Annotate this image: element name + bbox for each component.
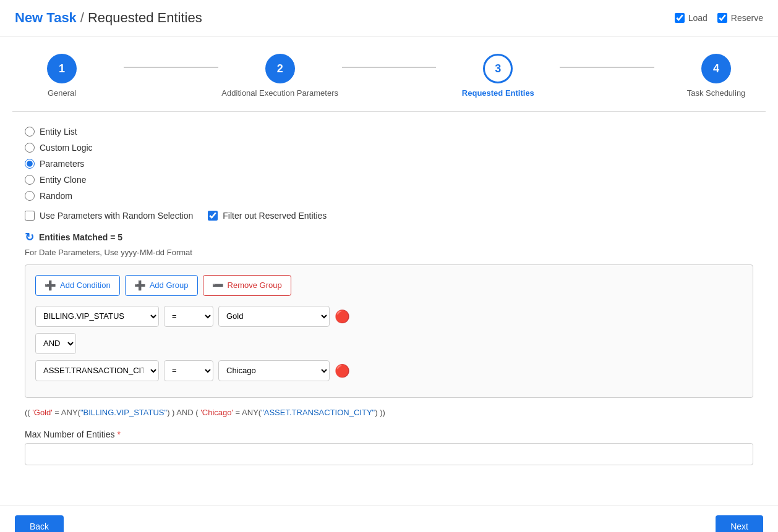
expression-chicago-value: 'Chicago' (200, 408, 233, 417)
conditions-box: ➕ Add Condition ➕ Add Group ➖ Remove Gro… (25, 264, 753, 398)
step-circle-4: 4 (701, 54, 731, 83)
and-row: AND OR (35, 333, 743, 354)
step-circle-1: 1 (47, 54, 77, 83)
add-condition-label: Add Condition (60, 281, 111, 290)
radio-random-input[interactable] (25, 191, 35, 201)
remove-condition-1-button[interactable]: 🔴 (335, 309, 350, 324)
back-button[interactable]: Back (15, 515, 64, 532)
step-line-2-3 (342, 67, 437, 68)
stepper: 1 General 2 Additional Execution Paramet… (0, 36, 778, 111)
step-1: 1 General (0, 54, 124, 99)
breadcrumb: New Task / Requested Entities (15, 10, 202, 26)
reserve-checkbox[interactable] (717, 13, 727, 23)
remove-condition-1-icon: 🔴 (335, 309, 350, 324)
step-circle-3: 3 (483, 54, 513, 83)
add-condition-icon: ➕ (45, 280, 56, 291)
expression-field-2: "ASSET.TRANSACTION_CITY" (261, 408, 375, 417)
expression-open-paren: (( (25, 408, 32, 417)
radio-custom-logic-label: Custom Logic (40, 143, 93, 153)
radio-entity-clone: Entity Clone (25, 175, 753, 185)
checkbox-row: Use Parameters with Random Selection Fil… (25, 211, 753, 221)
condition-row-2: ASSET.TRANSACTION_CITY = != > < Chicago … (35, 360, 743, 381)
radio-entity-clone-input[interactable] (25, 175, 35, 185)
step-label-3: Requested Entities (462, 88, 534, 99)
use-params-label: Use Parameters with Random Selection (40, 211, 193, 221)
radio-entity-clone-label: Entity Clone (40, 175, 86, 185)
add-group-label: Add Group (150, 281, 189, 290)
condition-1-operator-select[interactable]: = != > < (164, 306, 213, 327)
remove-group-button[interactable]: ➖ Remove Group (203, 275, 291, 296)
logical-operator-select[interactable]: AND OR (35, 333, 76, 354)
required-asterisk: * (117, 429, 120, 439)
step-line-3-4 (560, 67, 654, 68)
condition-1-field-select[interactable]: BILLING.VIP_STATUS (35, 306, 159, 327)
max-entities-label-text: Max Number of Entities (25, 429, 115, 439)
page-footer: Back Next (0, 505, 778, 532)
condition-2-operator-select[interactable]: = != > < (164, 360, 213, 381)
expression-field-1: "BILLING.VIP_STATUS" (80, 408, 167, 417)
filter-reserved-label: Filter out Reserved Entities (223, 211, 327, 221)
expression-close-2: ) )) (375, 408, 385, 417)
radio-random: Random (25, 191, 753, 201)
expression-equals-1: = ANY( (53, 408, 80, 417)
expression-close-1: ) ) AND ( (167, 408, 200, 417)
remove-group-label: Remove Group (228, 281, 282, 290)
header-checkboxes: Load Reserve (675, 13, 763, 23)
radio-random-label: Random (40, 191, 72, 201)
breadcrumb-separator: / (80, 10, 84, 26)
step-3: 3 Requested Entities (436, 54, 560, 99)
step-label-1: General (48, 88, 76, 99)
expression-text: (( 'Gold' = ANY("BILLING.VIP_STATUS") ) … (25, 408, 753, 417)
refresh-icon[interactable]: ↻ (25, 230, 34, 244)
next-button[interactable]: Next (716, 515, 763, 532)
radio-parameters-label: Parameters (40, 159, 84, 169)
remove-condition-2-icon: 🔴 (335, 363, 350, 378)
remove-group-icon: ➖ (212, 280, 224, 291)
radio-group: Entity List Custom Logic Parameters Enti… (25, 127, 753, 201)
add-group-button[interactable]: ➕ Add Group (125, 275, 198, 296)
conditions-buttons: ➕ Add Condition ➕ Add Group ➖ Remove Gro… (35, 275, 743, 296)
radio-entity-list-input[interactable] (25, 127, 35, 137)
radio-entity-list: Entity List (25, 127, 753, 137)
load-checkbox[interactable] (675, 13, 685, 23)
main-content: Entity List Custom Logic Parameters Enti… (0, 112, 778, 480)
load-checkbox-item: Load (675, 13, 707, 23)
use-params-checkbox[interactable] (25, 211, 35, 221)
date-hint: For Date Parameters, Use yyyy-MM-dd Form… (25, 248, 753, 257)
page-header: New Task / Requested Entities Load Reser… (0, 0, 778, 36)
max-entities-section: Max Number of Entities * (25, 429, 753, 465)
filter-checkbox-item: Filter out Reserved Entities (208, 211, 327, 221)
radio-custom-logic: Custom Logic (25, 143, 753, 153)
step-label-2: Additional Execution Parameters (221, 88, 338, 99)
expression-gold-value: 'Gold' (32, 408, 52, 417)
radio-entity-list-label: Entity List (40, 127, 77, 137)
expression-equals-2: = ANY( (233, 408, 261, 417)
step-label-4: Task Scheduling (687, 88, 746, 99)
step-4: 4 Task Scheduling (654, 54, 778, 99)
entities-matched-text: Entities Matched = 5 (39, 232, 122, 242)
radio-parameters-input[interactable] (25, 159, 35, 169)
entities-matched: ↻ Entities Matched = 5 (25, 230, 753, 244)
condition-2-field-select[interactable]: ASSET.TRANSACTION_CITY (35, 360, 159, 381)
new-task-link[interactable]: New Task (15, 10, 77, 26)
radio-custom-logic-input[interactable] (25, 143, 35, 153)
page-title: Requested Entities (88, 10, 202, 26)
filter-reserved-checkbox[interactable] (208, 211, 218, 221)
max-entities-label: Max Number of Entities * (25, 429, 753, 439)
step-circle-2: 2 (265, 54, 295, 83)
condition-2-value-select[interactable]: Chicago New York Los Angeles (218, 360, 330, 381)
add-condition-button[interactable]: ➕ Add Condition (35, 275, 120, 296)
use-params-checkbox-item: Use Parameters with Random Selection (25, 211, 193, 221)
reserve-checkbox-item: Reserve (717, 13, 763, 23)
step-line-1-2 (124, 67, 218, 68)
add-group-icon: ➕ (134, 280, 146, 291)
condition-row-1: BILLING.VIP_STATUS = != > < Gold Silver … (35, 306, 743, 327)
radio-parameters: Parameters (25, 159, 753, 169)
step-2: 2 Additional Execution Parameters (218, 54, 342, 99)
condition-1-value-select[interactable]: Gold Silver Bronze (218, 306, 330, 327)
load-label: Load (688, 13, 707, 23)
max-entities-input[interactable] (25, 443, 753, 465)
remove-condition-2-button[interactable]: 🔴 (335, 363, 350, 378)
reserve-label: Reserve (731, 13, 763, 23)
